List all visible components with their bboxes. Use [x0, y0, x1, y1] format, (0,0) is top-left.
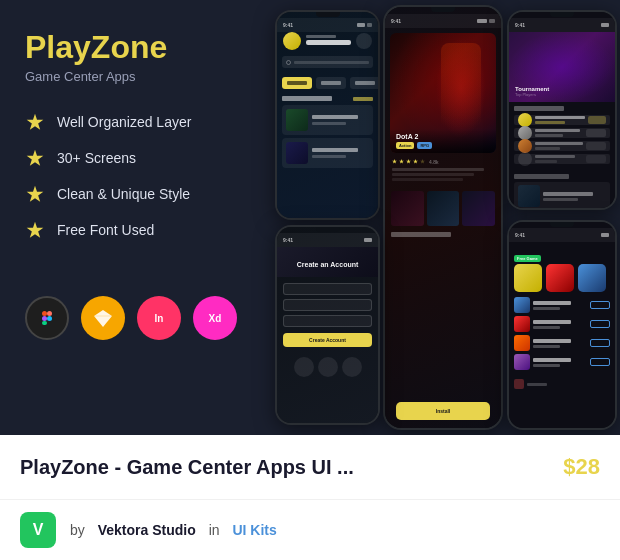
player-row-4 — [514, 154, 610, 164]
figma-badge — [25, 296, 69, 340]
feature-item-4: Free Font Used — [25, 220, 255, 240]
time-text-3: 9:41 — [515, 22, 525, 28]
dota-rating — [533, 326, 560, 329]
dota-title — [533, 320, 571, 324]
event-title-1 — [312, 115, 358, 119]
brand-title: PlayZone — [25, 30, 255, 65]
invision-label: In — [155, 313, 164, 324]
svg-point-4 — [47, 316, 52, 321]
sport-card — [514, 182, 610, 208]
dota-download[interactable] — [590, 320, 610, 328]
overwatch-title — [533, 339, 571, 343]
desc-line-1 — [392, 168, 484, 171]
mobile-legend-title — [533, 358, 571, 362]
star-5 — [420, 159, 425, 164]
mobile-legend-rating — [533, 364, 560, 367]
author-category[interactable]: UI Kits — [232, 522, 276, 538]
desc-line-3 — [392, 178, 463, 181]
phone-screen-3: 9:41 Tournament Top Players — [507, 10, 617, 210]
feature-item-1: Well Organized Layer — [25, 112, 255, 132]
input-username[interactable] — [283, 283, 372, 295]
install-btn-label: Install — [436, 408, 450, 414]
game-row-dota — [514, 316, 610, 332]
create-account-title: Create an Account — [297, 261, 359, 268]
game-info-section: 4.8k — [385, 157, 501, 191]
star-icon-1 — [25, 112, 45, 132]
create-account-btn-label: Create Account — [309, 337, 346, 343]
phones-container: 9:41 — [275, 0, 620, 435]
featured-game-title: DotA 2 — [396, 133, 490, 140]
overwatch-download[interactable] — [590, 339, 610, 347]
sport-header — [514, 174, 569, 179]
phone-screen-5: 9:41 Free Game — [507, 220, 617, 430]
time-text-5: 9:41 — [515, 232, 525, 238]
product-title: PlayZone - Game Center Apps UI ... — [20, 456, 354, 479]
account-header: Create an Account — [277, 247, 378, 277]
featured-game-image: DotA 2 Action RPG — [390, 33, 496, 153]
phone-screen-4: 9:41 Create an Account Create Account — [275, 225, 380, 425]
install-btn-container: Install — [391, 396, 495, 420]
game-row-overwatch — [514, 335, 610, 351]
event-info-2 — [312, 148, 369, 158]
screen-top-bar-1: 9:41 — [277, 18, 378, 32]
player-row-2 — [514, 128, 610, 138]
avatar-mini-1 — [283, 32, 301, 50]
pubg-download[interactable] — [590, 301, 610, 309]
stars-row: 4.8k — [392, 159, 494, 165]
search-bar-1 — [282, 56, 373, 68]
phone-notch-1 — [316, 12, 340, 17]
footer-title-row: PlayZone - Game Center Apps UI ... $28 — [0, 435, 620, 500]
free-games-section: Free Game — [509, 242, 615, 377]
profile-row-1 — [277, 32, 378, 50]
feature-item-3: Clean & Unique Style — [25, 184, 255, 204]
dota-info — [533, 320, 587, 329]
event-title-2 — [312, 148, 358, 152]
game-icon-1 — [514, 264, 542, 292]
players-header — [514, 106, 564, 111]
xd-label: Xd — [209, 313, 222, 324]
feature-text-1: Well Organized Layer — [57, 114, 191, 130]
feature-list: Well Organized Layer 30+ Screens Clean &… — [25, 112, 255, 256]
cat-tab-strategy — [350, 77, 378, 89]
footer-author-row: V by Vektora Studio in UI Kits — [0, 500, 620, 560]
game-icon-3 — [578, 264, 606, 292]
svg-rect-3 — [47, 311, 52, 316]
cat-pill-action: Action — [396, 142, 414, 149]
phone-notch-5 — [550, 222, 574, 227]
author-avatar: V — [20, 512, 56, 548]
time-text-4: 9:41 — [283, 237, 293, 243]
screen-top-bar-3: 9:41 — [509, 18, 615, 32]
player-row-3 — [514, 141, 610, 151]
install-button[interactable]: Install — [396, 402, 490, 420]
screen-top-bar-5: 9:41 — [509, 228, 615, 242]
input-email[interactable] — [283, 299, 372, 311]
cat-tab-action — [316, 77, 346, 89]
game-icon-2 — [546, 264, 574, 292]
desc-line-2 — [392, 173, 474, 176]
svg-rect-2 — [42, 321, 47, 325]
feature-text-4: Free Font Used — [57, 222, 154, 238]
author-info: by Vektora Studio in UI Kits — [70, 521, 277, 539]
overwatch-info — [533, 339, 587, 348]
feature-text-2: 30+ Screens — [57, 150, 136, 166]
event-thumb-2 — [286, 142, 308, 164]
input-password[interactable] — [283, 315, 372, 327]
pubg-icon — [514, 297, 530, 313]
phone-notch-4 — [316, 227, 340, 232]
pubg-info — [533, 301, 587, 310]
preview-section: PlayZone Game Center Apps Well Organized… — [0, 0, 620, 435]
sketch-icon — [93, 309, 113, 327]
cat-pill-rpg: RPG — [417, 142, 432, 149]
account-form: Create Account — [277, 277, 378, 353]
create-account-button[interactable]: Create Account — [283, 333, 372, 347]
star-2 — [399, 159, 404, 164]
author-name[interactable]: Vektora Studio — [98, 522, 196, 538]
featured-categories: Action RPG — [396, 142, 490, 149]
sketch-badge — [81, 296, 125, 340]
mobile-legend-download[interactable] — [590, 358, 610, 366]
event-info-1 — [312, 115, 369, 125]
sec-title-popular — [282, 96, 332, 101]
player-list — [509, 102, 615, 171]
info-panel: PlayZone Game Center Apps Well Organized… — [0, 0, 280, 435]
footer-section: PlayZone - Game Center Apps UI ... $28 V… — [0, 435, 620, 560]
